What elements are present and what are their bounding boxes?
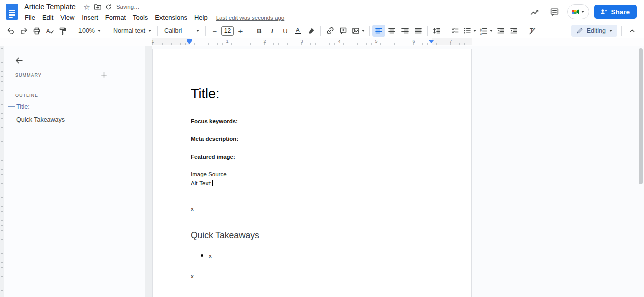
right-indent-marker[interactable] <box>429 40 434 43</box>
spell-check-button[interactable]: A <box>43 25 56 37</box>
last-edit-link[interactable]: Last edit was seconds ago <box>216 15 285 21</box>
google-docs-logo-icon[interactable] <box>6 4 18 20</box>
divider-line[interactable]: ________________________________________… <box>191 188 435 194</box>
doc-line-alt-text[interactable]: Alt-Text: <box>191 180 213 187</box>
share-person-icon <box>600 8 607 16</box>
join-meet-button[interactable] <box>567 4 589 19</box>
document-insights-icon[interactable] <box>527 4 542 19</box>
menu-view[interactable]: View <box>57 13 78 22</box>
redo-button[interactable] <box>17 25 30 37</box>
ruler-number: 1 <box>150 39 155 44</box>
menu-extensions[interactable]: Extensions <box>151 13 191 22</box>
alt-text-label: Alt-Text: <box>191 180 212 186</box>
zoom-select[interactable]: 100% <box>75 25 104 37</box>
ruler-number: 5 <box>374 39 379 44</box>
doc-field-featured-image[interactable]: Featured image: <box>191 153 235 161</box>
insert-image-button[interactable] <box>350 25 367 37</box>
saving-status: Saving… <box>116 4 140 10</box>
increase-indent-button[interactable] <box>507 25 520 37</box>
document-title[interactable]: Article Template <box>24 3 76 11</box>
undo-button[interactable] <box>4 25 17 37</box>
doc-field-meta-description[interactable]: Meta description: <box>191 135 238 143</box>
google-meet-icon <box>571 8 580 16</box>
close-outline-button[interactable] <box>12 54 25 67</box>
star-icon[interactable]: ☆ <box>81 2 92 12</box>
ruler-number: 2 <box>262 39 267 44</box>
line-spacing-button[interactable] <box>430 25 443 37</box>
share-button[interactable]: Share <box>594 5 637 19</box>
outline-item-quick-takeaways[interactable]: Quick Takeaways <box>16 116 65 123</box>
document-page[interactable]: Title: Focus keywords: Meta description:… <box>152 49 472 297</box>
font-size-input[interactable]: 12 <box>221 26 234 36</box>
vertical-ruler <box>0 46 4 297</box>
doc-placeholder-x1[interactable]: x <box>191 205 194 213</box>
ruler-ticks <box>152 38 472 45</box>
add-comment-button[interactable] <box>337 25 350 37</box>
bullet-dot <box>201 254 203 257</box>
editing-mode-select[interactable]: Editing <box>571 25 617 37</box>
mode-caret-icon <box>609 30 612 32</box>
add-summary-button[interactable] <box>98 68 110 81</box>
panel-divider <box>15 86 110 86</box>
paragraph-style-select[interactable]: Normal text <box>110 25 155 37</box>
align-center-button[interactable] <box>385 25 398 37</box>
print-button[interactable] <box>30 25 43 37</box>
zoom-caret-icon <box>98 30 101 32</box>
font-family-select[interactable]: Calibri <box>160 25 203 37</box>
doc-line-image-source[interactable]: Image Source <box>191 171 227 178</box>
vertical-scrollbar[interactable] <box>639 48 643 184</box>
text-color-button[interactable]: A <box>292 25 305 37</box>
doc-bullet-item[interactable]: x <box>209 252 212 260</box>
menu-file[interactable]: File <box>25 13 39 22</box>
menu-format[interactable]: Format <box>102 13 129 22</box>
menu-bar: File Edit View Insert Format Tools Exten… <box>25 12 284 23</box>
justify-button[interactable] <box>412 25 425 37</box>
left-indent-marker[interactable] <box>187 41 192 44</box>
outline-label: OUTLINE <box>15 93 38 98</box>
clear-formatting-button[interactable]: T <box>526 25 539 37</box>
ruler-number: 4 <box>337 39 342 44</box>
outline-item-title[interactable]: Title: <box>16 103 30 110</box>
text-cursor <box>212 180 213 186</box>
zoom-value: 100% <box>78 27 95 34</box>
bulleted-list-button[interactable] <box>462 25 478 37</box>
outline-panel: SUMMARY OUTLINE Title: Quick Takeaways <box>4 46 145 297</box>
menu-insert[interactable]: Insert <box>78 13 102 22</box>
menu-tools[interactable]: Tools <box>129 13 151 22</box>
menu-help[interactable]: Help <box>191 13 211 22</box>
align-left-button[interactable] <box>372 25 385 37</box>
paint-format-button[interactable] <box>56 25 69 37</box>
underline-button[interactable]: U <box>279 25 292 37</box>
font-size-increase-button[interactable]: + <box>234 25 247 37</box>
align-right-button[interactable] <box>398 25 412 37</box>
bold-button[interactable]: B <box>253 25 266 37</box>
doc-placeholder-x2[interactable]: x <box>191 273 194 280</box>
move-to-folder-icon[interactable] <box>92 2 103 12</box>
hide-menus-button[interactable] <box>626 25 639 37</box>
doc-heading-quick-takeaways[interactable]: Quick Takeaways <box>191 230 259 241</box>
first-line-indent-marker[interactable] <box>187 39 192 41</box>
bullet-caret-icon <box>473 30 476 32</box>
summary-label: SUMMARY <box>15 72 42 78</box>
ruler-number: 6 <box>411 39 416 44</box>
style-caret-icon <box>148 30 151 32</box>
svg-text:A: A <box>46 28 50 34</box>
numbered-list-button[interactable]: 123 <box>478 25 494 37</box>
decrease-indent-button[interactable] <box>494 25 507 37</box>
ruler-number: 3 <box>299 39 304 44</box>
toolbar: A 100% Normal text Calibri − 12 + B I U … <box>0 23 644 38</box>
doc-heading-title[interactable]: Title: <box>191 86 220 102</box>
checklist-button[interactable] <box>449 25 462 37</box>
meet-dropdown-caret <box>581 11 584 13</box>
italic-button[interactable]: I <box>266 25 279 37</box>
font-size-decrease-button[interactable]: − <box>208 25 221 37</box>
paragraph-style-value: Normal text <box>113 27 145 34</box>
svg-text:3: 3 <box>480 32 482 35</box>
font-caret-icon <box>196 30 199 32</box>
sync-saving-icon <box>103 2 114 12</box>
insert-link-button[interactable] <box>324 25 337 37</box>
open-comments-icon[interactable] <box>547 4 562 19</box>
menu-edit[interactable]: Edit <box>39 13 57 22</box>
highlight-color-button[interactable] <box>305 25 318 37</box>
doc-field-focus-keywords[interactable]: Focus keywords: <box>191 118 238 125</box>
